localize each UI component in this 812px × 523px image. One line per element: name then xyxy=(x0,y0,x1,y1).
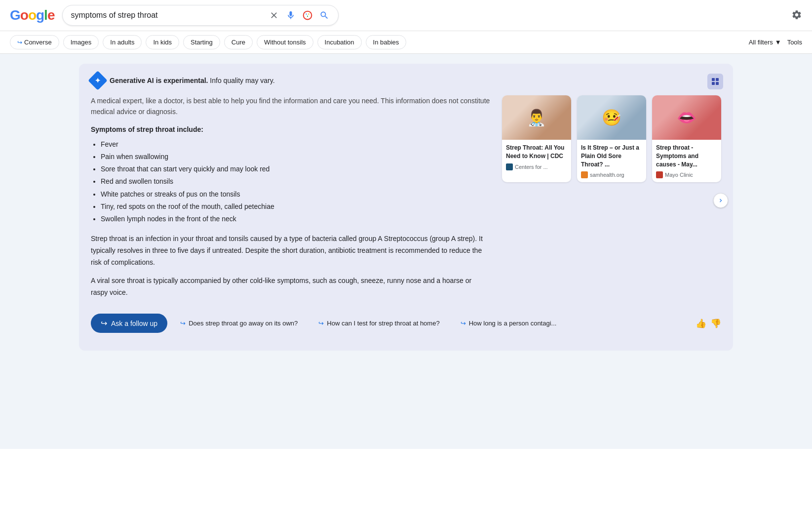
mayo-source-name: Mayo Clinic xyxy=(665,172,693,178)
list-item: Tiny, red spots on the roof of the mouth… xyxy=(101,201,490,213)
filter-chip-in-babies[interactable]: In babies xyxy=(366,35,407,49)
mayo-source-icon xyxy=(656,171,663,178)
svg-rect-2 xyxy=(716,78,719,81)
ai-box: ✦ Generative AI is experimental. Info qu… xyxy=(79,64,733,351)
suggestion-chip-3-label: How long is a person contagi... xyxy=(469,320,557,327)
filter-chip-in-kids-label: In kids xyxy=(153,39,172,46)
sam-source-name: samhealth.org xyxy=(590,172,624,178)
filter-chip-converse[interactable]: ↪ Converse xyxy=(10,35,59,49)
sam-source-icon xyxy=(581,171,588,178)
list-item: Swollen lymph nodes in the front of the … xyxy=(101,213,490,225)
ai-header: ✦ Generative AI is experimental. Info qu… xyxy=(91,74,721,87)
suggestion-chip-3[interactable]: ↪ How long is a person contagi... xyxy=(453,315,565,332)
filter-chip-in-babies-label: In babies xyxy=(373,39,399,46)
list-item: White patches or streaks of pus on the t… xyxy=(101,188,490,201)
all-filters-chevron-icon: ▼ xyxy=(775,39,781,46)
suggestion-arrow-icon-1: ↪ xyxy=(180,320,186,327)
all-filters-label: All filters xyxy=(749,39,773,46)
suggestion-arrow-icon-3: ↪ xyxy=(461,320,466,327)
image-card-mayo[interactable]: 👄 Strep throat - Symptoms and causes - M… xyxy=(652,95,721,182)
suggestion-chip-1[interactable]: ↪ Does strep throat go away on its own? xyxy=(172,315,306,332)
card-body-mayo: Strep throat - Symptoms and causes - May… xyxy=(652,140,721,182)
image-card-sam[interactable]: 🤒 Is It Strep – or Just a Plain Old Sore… xyxy=(577,95,646,182)
settings-button[interactable] xyxy=(791,9,802,22)
filter-chip-images[interactable]: Images xyxy=(63,35,99,49)
ask-follow-up-button[interactable]: ↪ Ask a follow up xyxy=(91,314,167,333)
card-source-sam: samhealth.org xyxy=(581,171,642,178)
filter-chip-in-kids[interactable]: In kids xyxy=(146,35,179,49)
card-image-sam: 🤒 xyxy=(577,95,646,140)
filter-chip-converse-label: Converse xyxy=(24,39,52,46)
search-bar xyxy=(62,5,339,26)
filter-chip-incubation-label: Incubation xyxy=(325,39,354,46)
filter-chip-in-adults-label: In adults xyxy=(110,39,134,46)
ai-text-section: A medical expert, like a doctor, is best… xyxy=(91,95,490,306)
svg-rect-1 xyxy=(712,78,715,81)
cards-next-button[interactable] xyxy=(713,193,728,208)
cdc-source-name: Centers for ... xyxy=(515,164,548,170)
cdc-source-icon xyxy=(506,163,513,170)
svg-point-0 xyxy=(304,11,312,20)
ai-header-bold: Generative AI is experimental. xyxy=(110,77,208,84)
thumbs-down-icon: 👎 xyxy=(710,319,721,328)
ai-symptoms-list: Fever Pain when swallowing Sore throat t… xyxy=(101,138,490,225)
image-card-cdc[interactable]: 👨‍⚕️ Strep Throat: All You Need to Know … xyxy=(502,95,571,182)
filter-right: All filters ▼ Tools xyxy=(749,39,802,46)
filter-chip-without-tonsils-label: Without tonsils xyxy=(264,39,306,46)
voice-search-button[interactable] xyxy=(285,9,297,21)
filter-chip-cure[interactable]: Cure xyxy=(224,35,253,49)
lens-button[interactable] xyxy=(302,9,313,21)
list-item: Fever xyxy=(101,138,490,151)
converse-arrow-icon: ↪ xyxy=(17,39,22,46)
filter-chip-starting[interactable]: Starting xyxy=(183,35,220,49)
filter-chip-images-label: Images xyxy=(71,39,92,46)
ai-paragraph-2: A viral sore throat is typically accompa… xyxy=(91,275,490,299)
suggestion-arrow-icon-2: ↪ xyxy=(318,320,324,327)
search-input[interactable] xyxy=(71,11,263,20)
tools-label: Tools xyxy=(787,39,802,46)
header: Google xyxy=(0,0,812,31)
thumbs-up-button[interactable]: 👍 xyxy=(696,318,706,329)
main-content: ✦ Generative AI is experimental. Info qu… xyxy=(0,54,812,449)
filter-chip-cure-label: Cure xyxy=(232,39,245,46)
feedback-buttons: 👍 👎 xyxy=(696,318,721,329)
thumbs-up-icon: 👍 xyxy=(696,319,706,328)
list-item: Red and swollen tonsils xyxy=(101,175,490,188)
svg-rect-3 xyxy=(712,82,715,85)
image-cards-row: 👨‍⚕️ Strep Throat: All You Need to Know … xyxy=(502,95,721,182)
card-image-cdc: 👨‍⚕️ xyxy=(502,95,571,140)
card-title-mayo: Strep throat - Symptoms and causes - May… xyxy=(656,144,717,168)
follow-up-label: Ask a follow up xyxy=(111,320,157,327)
clear-button[interactable] xyxy=(268,9,280,21)
list-item: Sore throat that can start very quickly … xyxy=(101,163,490,175)
list-item: Pain when swallowing xyxy=(101,151,490,163)
suggestion-chip-2[interactable]: ↪ How can I test for strep throat at hom… xyxy=(310,315,447,332)
svg-rect-4 xyxy=(716,82,719,85)
card-image-mayo: 👄 xyxy=(652,95,721,140)
filter-chip-starting-label: Starting xyxy=(191,39,213,46)
ai-header-text: Generative AI is experimental. Info qual… xyxy=(110,77,275,84)
suggestion-chip-2-label: How can I test for strep throat at home? xyxy=(327,320,439,327)
grid-view-button[interactable] xyxy=(707,74,723,89)
filter-bar: ↪ Converse Images In adults In kids Star… xyxy=(0,31,812,54)
thumbs-down-button[interactable]: 👎 xyxy=(710,318,721,329)
card-body-sam: Is It Strep – or Just a Plain Old Sore T… xyxy=(577,140,646,182)
search-button[interactable] xyxy=(318,9,330,21)
suggestion-chip-1-label: Does strep throat go away on its own? xyxy=(189,320,298,327)
filter-chip-in-adults[interactable]: In adults xyxy=(103,35,142,49)
all-filters-button[interactable]: All filters ▼ xyxy=(749,39,781,46)
card-title-cdc: Strep Throat: All You Need to Know | CDC xyxy=(506,144,567,161)
card-body-cdc: Strep Throat: All You Need to Know | CDC… xyxy=(502,140,571,174)
image-cards-wrapper: 👨‍⚕️ Strep Throat: All You Need to Know … xyxy=(502,95,721,306)
ai-paragraph-1: Strep throat is an infection in your thr… xyxy=(91,233,490,268)
ai-content: A medical expert, like a doctor, is best… xyxy=(91,95,721,306)
filter-chip-incubation[interactable]: Incubation xyxy=(317,35,362,49)
ai-disclaimer: A medical expert, like a doctor, is best… xyxy=(91,95,490,118)
card-title-sam: Is It Strep – or Just a Plain Old Sore T… xyxy=(581,144,642,168)
card-source-cdc: Centers for ... xyxy=(506,163,567,170)
filter-chip-without-tonsils[interactable]: Without tonsils xyxy=(257,35,313,49)
tools-button[interactable]: Tools xyxy=(787,39,802,46)
google-logo[interactable]: Google xyxy=(10,7,54,23)
bottom-bar: ↪ Ask a follow up ↪ Does strep throat go… xyxy=(91,306,721,341)
ai-symptoms-header: Symptoms of strep throat include: xyxy=(91,125,490,133)
